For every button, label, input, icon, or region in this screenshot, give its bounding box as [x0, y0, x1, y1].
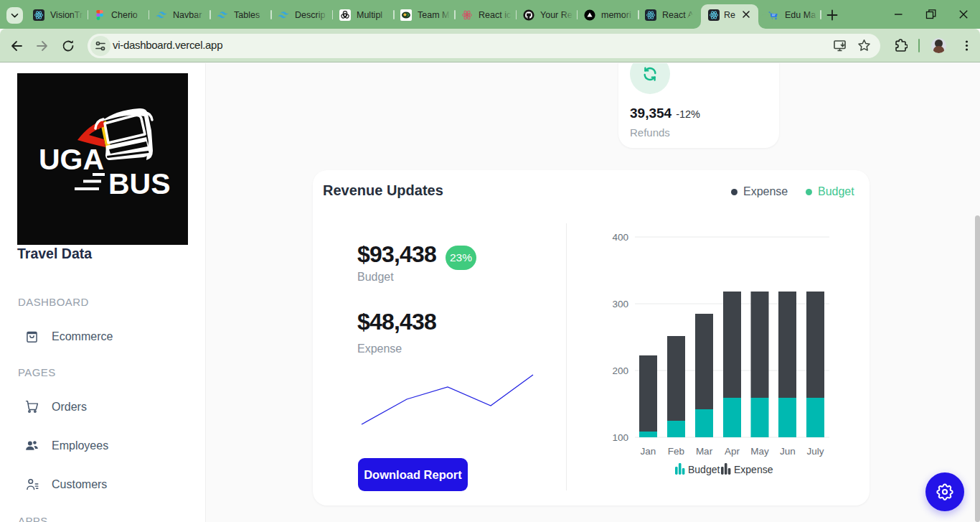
svg-text:UGA: UGA	[39, 143, 104, 176]
svg-text:Jan: Jan	[641, 446, 656, 457]
svg-text:Feb: Feb	[668, 446, 684, 457]
svg-text:May: May	[750, 446, 769, 457]
svg-text:BUS: BUS	[108, 167, 171, 200]
svg-text:July: July	[806, 446, 824, 457]
svg-text:Budget: Budget	[688, 464, 720, 475]
svg-text:400: 400	[612, 232, 628, 243]
svg-text:Expense: Expense	[734, 464, 773, 475]
svg-text:Jun: Jun	[780, 446, 796, 457]
svg-text:Mar: Mar	[696, 446, 713, 457]
svg-text:300: 300	[612, 299, 628, 309]
svg-text:200: 200	[612, 365, 628, 376]
svg-text:Apr: Apr	[725, 446, 740, 457]
svg-text:100: 100	[612, 432, 628, 443]
